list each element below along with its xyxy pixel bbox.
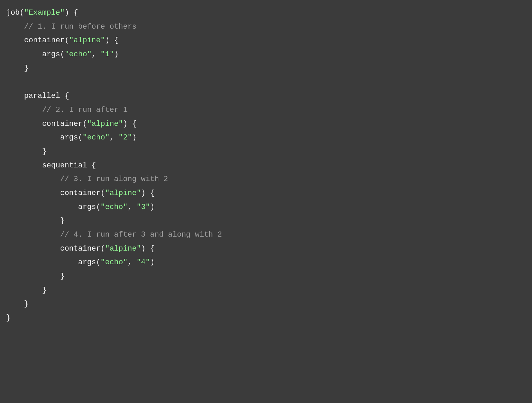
code-line-12: sequential { [6, 159, 526, 173]
code-line-6 [6, 75, 526, 89]
code-line-20: } [6, 270, 526, 284]
code-string: "alpine" [105, 189, 141, 197]
code-token: } [42, 286, 47, 295]
indent [6, 23, 24, 31]
indent [6, 217, 60, 225]
code-token: container( [60, 244, 105, 253]
indent [6, 161, 42, 170]
code-comment: // 1. I run before others [24, 23, 137, 31]
code-token: ) { [141, 189, 155, 197]
code-token: args( [42, 50, 65, 59]
code-token: ) { [65, 9, 78, 17]
code-token: } [24, 64, 29, 73]
code-string: "alpine" [87, 120, 123, 128]
code-token: parallel { [24, 92, 69, 100]
code-string: "3" [137, 203, 150, 211]
code-line-16: } [6, 214, 526, 228]
code-token: job( [6, 9, 24, 17]
code-string: "4" [137, 258, 150, 267]
code-line-7: parallel { [6, 89, 526, 103]
code-token: ) [150, 258, 154, 267]
code-line-4: args("echo", "1") [6, 48, 526, 62]
code-token: ) [150, 203, 154, 211]
code-string: "Example" [24, 9, 65, 17]
indent [6, 64, 24, 73]
code-token: , [92, 50, 100, 59]
indent [6, 36, 24, 45]
code-string: "echo" [100, 258, 127, 267]
code-token: } [60, 272, 64, 281]
code-line-21: } [6, 284, 526, 298]
code-line-2: // 1. I run before others [6, 20, 526, 34]
code-line-13: // 3. I run along with 2 [6, 173, 526, 186]
code-line-17: // 4. I run after 3 and along with 2 [6, 228, 526, 242]
code-token: args( [60, 133, 82, 142]
code-line-10: args("echo", "2") [6, 131, 526, 145]
indent [6, 300, 24, 308]
code-comment: // 3. I run along with 2 [60, 175, 168, 183]
code-comment: // 4. I run after 3 and along with 2 [60, 230, 222, 239]
code-token: } [42, 147, 47, 156]
indent [6, 106, 42, 114]
code-line-8: // 2. I run after 1 [6, 103, 526, 117]
code-token: , [127, 203, 136, 211]
indent [6, 133, 60, 142]
indent [6, 230, 60, 239]
code-string: "echo" [65, 50, 92, 59]
indent [6, 175, 60, 183]
code-token: , [127, 258, 136, 267]
code-string: "2" [119, 133, 132, 142]
code-string: "echo" [100, 203, 127, 211]
code-line-3: container("alpine") { [6, 34, 526, 48]
code-block[interactable]: job("Example") { // 1. I run before othe… [6, 6, 526, 325]
code-line-1: job("Example") { [6, 6, 526, 20]
code-token: } [60, 217, 64, 225]
code-line-23: } [6, 311, 526, 325]
code-token: args( [78, 203, 100, 211]
code-token: ) [132, 133, 137, 142]
code-line-15: args("echo", "3") [6, 200, 526, 214]
code-token: ) { [105, 36, 119, 45]
code-token: args( [78, 258, 100, 267]
code-line-5: } [6, 62, 526, 76]
code-token: ) { [123, 120, 137, 128]
indent [6, 120, 42, 128]
code-string: "echo" [82, 133, 109, 142]
code-string: "1" [100, 50, 114, 59]
code-token: ) [114, 50, 119, 59]
indent [6, 50, 42, 59]
code-token: container( [42, 120, 87, 128]
code-comment: // 2. I run after 1 [42, 106, 128, 114]
code-token: sequential { [42, 161, 96, 170]
code-token: ) { [141, 244, 155, 253]
indent [6, 272, 60, 281]
code-line-18: container("alpine") { [6, 242, 526, 256]
code-token: } [6, 314, 11, 322]
indent [6, 147, 42, 156]
code-string: "alpine" [69, 36, 105, 45]
code-line-9: container("alpine") { [6, 117, 526, 131]
code-line-11: } [6, 145, 526, 159]
code-token: , [110, 133, 119, 142]
indent [6, 286, 42, 295]
indent [6, 92, 24, 100]
code-line-19: args("echo", "4") [6, 256, 526, 270]
code-string: "alpine" [105, 244, 141, 253]
indent [6, 203, 78, 211]
code-line-14: container("alpine") { [6, 186, 526, 200]
code-token: container( [24, 36, 69, 45]
code-token: container( [60, 189, 105, 197]
indent [6, 244, 60, 253]
indent [6, 258, 78, 267]
indent [6, 189, 60, 197]
code-line-22: } [6, 297, 526, 311]
code-token: } [24, 300, 29, 308]
